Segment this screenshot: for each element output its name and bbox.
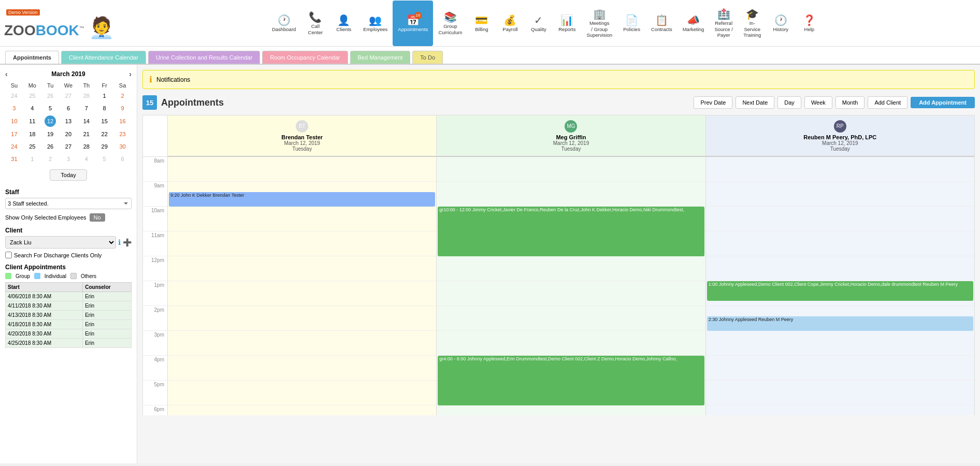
cal-day-cell[interactable]: 3 — [60, 153, 78, 165]
nav-item-billing[interactable]: 💳Billing — [467, 1, 496, 46]
cal-day-cell[interactable]: 23 — [113, 128, 132, 140]
cal-day-cell[interactable]: 2 — [41, 153, 60, 165]
day-slot-4pm[interactable] — [168, 356, 436, 381]
appointment-block[interactable]: gr10:00 - 12:00 Jimmy Cricket,Javier De … — [438, 207, 704, 256]
day-slot-2pm[interactable] — [168, 306, 436, 331]
nav-item-help[interactable]: ❓Help — [795, 1, 824, 46]
cal-day-cell[interactable]: 28 — [77, 140, 95, 153]
day-slot-9am[interactable] — [706, 182, 974, 207]
cal-day-cell[interactable]: 5 — [95, 153, 113, 165]
cal-day-cell[interactable]: 31 — [5, 153, 23, 165]
day-slot-1pm[interactable] — [437, 281, 705, 306]
cal-day-cell[interactable]: 9 — [113, 102, 132, 114]
nav-item-referral[interactable]: 🏥Referral Source / Payer — [709, 1, 738, 46]
nav-item-employees[interactable]: 👥Employees — [358, 1, 393, 46]
tab-urine-collection[interactable]: Urine Collection and Results Calendar — [148, 51, 260, 64]
cal-day-cell[interactable]: 22 — [95, 128, 113, 140]
day-slot-6pm[interactable] — [437, 405, 705, 415]
day-slot-4pm[interactable] — [706, 356, 974, 381]
cal-day-cell[interactable]: 7 — [77, 102, 95, 114]
day-slot-10am[interactable] — [706, 207, 974, 231]
prev-month-button[interactable]: ‹ — [5, 70, 8, 78]
nav-item-group-curriculum[interactable]: 📚Group Curriculum — [433, 1, 467, 46]
nav-item-reports[interactable]: 📊Reports — [553, 1, 581, 46]
cal-day-cell[interactable]: 19 — [41, 128, 60, 140]
nav-item-payroll[interactable]: 💰Payroll — [496, 1, 524, 46]
cal-day-cell[interactable]: 26 — [41, 90, 60, 102]
prev-date-button[interactable]: Prev Date — [694, 96, 732, 109]
cal-day-cell[interactable]: 5 — [41, 102, 60, 114]
nav-item-meetings[interactable]: 🏢Meetings / Group Supervision — [581, 1, 617, 46]
cal-day-cell[interactable]: 24 — [5, 140, 23, 153]
cal-day-cell[interactable]: 20 — [60, 128, 78, 140]
day-slot-2pm[interactable] — [437, 306, 705, 331]
tab-appointments[interactable]: Appointments — [5, 51, 59, 64]
day-slot-3pm[interactable] — [168, 331, 436, 356]
day-view-button[interactable]: Day — [777, 96, 801, 109]
day-slot-10am[interactable] — [168, 207, 436, 231]
tab-bed-management[interactable]: Bed Management — [350, 51, 411, 64]
cal-day-cell[interactable]: 8 — [95, 102, 113, 114]
tab-client-attendance[interactable]: Client Attendance Calendar — [61, 51, 146, 64]
cal-day-cell[interactable]: 4 — [23, 102, 41, 114]
appointment-block[interactable]: gr4:00 - 6:00 Johnny Appleseed,Erin Drum… — [438, 356, 704, 405]
tab-to-do[interactable]: To Do — [412, 51, 443, 64]
appointment-block[interactable]: 1:00 Johnny Appleseed,Demo Client 002,Cl… — [707, 281, 973, 301]
cal-day-cell[interactable]: 17 — [5, 128, 23, 140]
cal-day-cell[interactable]: 4 — [77, 153, 95, 165]
nav-item-quality[interactable]: ✓Quality — [524, 1, 553, 46]
nav-item-marketing[interactable]: 📣Marketing — [678, 1, 710, 46]
cal-day-cell[interactable]: 18 — [23, 128, 41, 140]
cal-day-cell[interactable]: 1 — [95, 90, 113, 102]
day-slot-12pm[interactable] — [706, 256, 974, 281]
cal-day-cell[interactable]: 11 — [23, 114, 41, 128]
nav-item-history[interactable]: 🕐History — [767, 1, 795, 46]
appt-table-row[interactable]: 4/25/2018 8:30 AMErin — [6, 339, 132, 348]
day-slot-12pm[interactable] — [168, 256, 436, 281]
client-info-icon[interactable]: ℹ — [118, 238, 121, 246]
day-slot-5pm[interactable] — [168, 381, 436, 405]
appt-table-row[interactable]: 4/06/2018 8:30 AMErin — [6, 292, 132, 301]
appt-table-row[interactable]: 4/11/2018 8:30 AMErin — [6, 301, 132, 311]
cal-day-cell[interactable]: 24 — [5, 90, 23, 102]
cal-day-cell[interactable]: 26 — [41, 140, 60, 153]
day-slot-3pm[interactable] — [706, 331, 974, 356]
appt-table-row[interactable]: 4/18/2018 8:30 AMErin — [6, 320, 132, 329]
today-button[interactable]: Today — [50, 169, 87, 181]
add-appointment-button[interactable]: Add Appointment — [911, 97, 975, 108]
cal-day-cell[interactable]: 15 — [95, 114, 113, 128]
client-select[interactable]: Zack Liu — [5, 236, 116, 249]
cal-day-cell[interactable]: 25 — [23, 90, 41, 102]
day-slot-6pm[interactable] — [706, 405, 974, 415]
appt-table-row[interactable]: 4/20/2018 8:30 AMErin — [6, 329, 132, 339]
show-only-toggle[interactable]: No — [90, 213, 105, 222]
cal-day-cell[interactable]: 13 — [60, 114, 78, 128]
tab-room-occupancy[interactable]: Room Occupancy Calendar — [262, 51, 348, 64]
cal-day-cell[interactable]: 2 — [113, 90, 132, 102]
nav-item-appointments[interactable]: 📅16Appointments — [393, 1, 433, 46]
day-slot-8am[interactable] — [706, 157, 974, 182]
day-slot-6pm[interactable] — [168, 405, 436, 415]
day-slot-9am[interactable] — [437, 182, 705, 207]
cal-day-cell[interactable]: 1 — [23, 153, 41, 165]
day-slot-8am[interactable] — [437, 157, 705, 182]
add-client-button[interactable]: Add Client — [868, 96, 907, 109]
cal-day-cell[interactable]: 12 — [41, 114, 60, 128]
next-month-button[interactable]: › — [129, 70, 132, 78]
appointment-block[interactable]: 9:20 John K Dekker Brendan Tester — [169, 192, 435, 207]
cal-day-cell[interactable]: 30 — [113, 140, 132, 153]
day-slot-3pm[interactable] — [437, 331, 705, 356]
day-slot-5pm[interactable] — [706, 381, 974, 405]
cal-day-cell[interactable]: 10 — [5, 114, 23, 128]
week-view-button[interactable]: Week — [804, 96, 832, 109]
day-slot-8am[interactable] — [168, 157, 436, 182]
cal-day-cell[interactable]: 6 — [60, 102, 78, 114]
next-date-button[interactable]: Next Date — [736, 96, 774, 109]
discharge-checkbox[interactable] — [5, 252, 12, 258]
cal-day-cell[interactable]: 14 — [77, 114, 95, 128]
appointment-block[interactable]: 2:30 Johnny Appleseed Reuben M Peery — [707, 316, 973, 331]
cal-day-cell[interactable]: 27 — [60, 140, 78, 153]
day-slot-1pm[interactable] — [168, 281, 436, 306]
cal-day-cell[interactable]: 3 — [5, 102, 23, 114]
cal-day-cell[interactable]: 25 — [23, 140, 41, 153]
